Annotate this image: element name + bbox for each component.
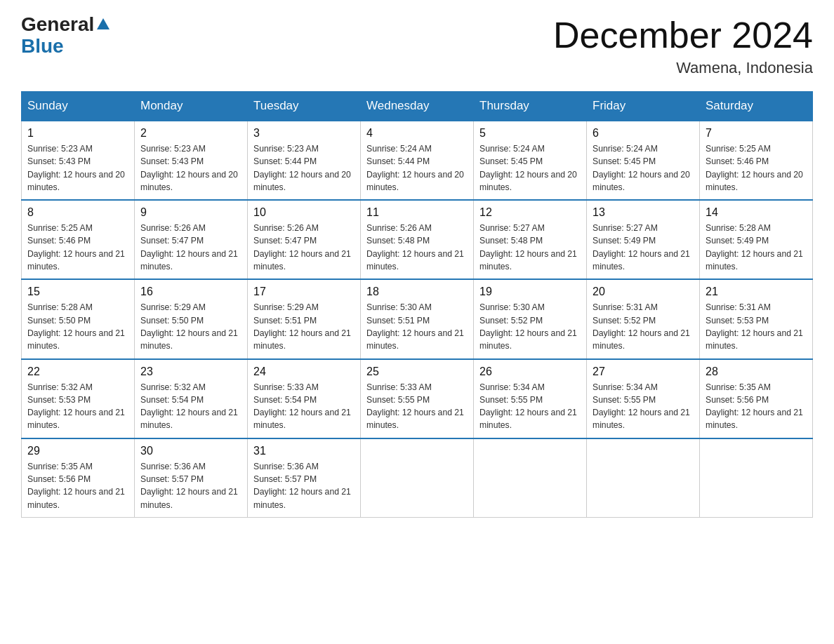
calendar-week-row: 1Sunrise: 5:23 AMSunset: 5:43 PMDaylight…	[22, 121, 813, 200]
calendar-cell: 10Sunrise: 5:26 AMSunset: 5:47 PMDayligh…	[248, 200, 361, 279]
svg-marker-0	[97, 18, 110, 29]
calendar-cell: 1Sunrise: 5:23 AMSunset: 5:43 PMDaylight…	[22, 121, 135, 200]
calendar-header-row: SundayMondayTuesdayWednesdayThursdayFrid…	[22, 92, 813, 121]
day-info: Sunrise: 5:32 AMSunset: 5:53 PMDaylight:…	[27, 381, 128, 432]
day-info: Sunrise: 5:30 AMSunset: 5:51 PMDaylight:…	[366, 301, 468, 352]
day-info: Sunrise: 5:26 AMSunset: 5:47 PMDaylight:…	[140, 222, 241, 273]
calendar-cell: 29Sunrise: 5:35 AMSunset: 5:56 PMDayligh…	[22, 438, 135, 518]
day-info: Sunrise: 5:27 AMSunset: 5:48 PMDaylight:…	[479, 222, 581, 273]
calendar-cell: 30Sunrise: 5:36 AMSunset: 5:57 PMDayligh…	[135, 438, 248, 518]
day-info: Sunrise: 5:31 AMSunset: 5:52 PMDaylight:…	[593, 301, 694, 352]
day-number: 3	[253, 127, 355, 140]
calendar-cell: 28Sunrise: 5:35 AMSunset: 5:56 PMDayligh…	[700, 359, 813, 438]
day-number: 31	[253, 445, 355, 457]
calendar-cell: 11Sunrise: 5:26 AMSunset: 5:48 PMDayligh…	[361, 200, 474, 279]
day-number: 16	[140, 286, 241, 298]
calendar-table: SundayMondayTuesdayWednesdayThursdayFrid…	[21, 91, 813, 518]
day-info: Sunrise: 5:25 AMSunset: 5:46 PMDaylight:…	[706, 142, 807, 194]
day-info: Sunrise: 5:23 AMSunset: 5:43 PMDaylight:…	[140, 142, 241, 194]
calendar-cell: 6Sunrise: 5:24 AMSunset: 5:45 PMDaylight…	[587, 121, 700, 200]
calendar-cell	[700, 438, 813, 518]
day-info: Sunrise: 5:23 AMSunset: 5:43 PMDaylight:…	[27, 142, 128, 194]
column-header-saturday: Saturday	[700, 92, 813, 121]
day-number: 17	[253, 286, 355, 298]
calendar-cell: 18Sunrise: 5:30 AMSunset: 5:51 PMDayligh…	[361, 279, 474, 358]
day-info: Sunrise: 5:28 AMSunset: 5:50 PMDaylight:…	[27, 301, 128, 352]
calendar-cell	[474, 438, 587, 518]
calendar-cell: 5Sunrise: 5:24 AMSunset: 5:45 PMDaylight…	[474, 121, 587, 200]
calendar-week-row: 8Sunrise: 5:25 AMSunset: 5:46 PMDaylight…	[22, 200, 813, 279]
calendar-cell: 3Sunrise: 5:23 AMSunset: 5:44 PMDaylight…	[248, 121, 361, 200]
day-number: 23	[140, 365, 241, 378]
day-info: Sunrise: 5:36 AMSunset: 5:57 PMDaylight:…	[140, 460, 241, 511]
calendar-cell	[361, 438, 474, 518]
day-number: 4	[366, 127, 468, 140]
day-number: 18	[366, 286, 468, 298]
calendar-cell: 12Sunrise: 5:27 AMSunset: 5:48 PMDayligh…	[474, 200, 587, 279]
column-header-monday: Monday	[135, 92, 248, 121]
day-number: 8	[27, 206, 128, 219]
calendar-cell: 2Sunrise: 5:23 AMSunset: 5:43 PMDaylight…	[135, 121, 248, 200]
calendar-cell: 14Sunrise: 5:28 AMSunset: 5:49 PMDayligh…	[700, 200, 813, 279]
day-info: Sunrise: 5:25 AMSunset: 5:46 PMDaylight:…	[27, 222, 128, 273]
day-info: Sunrise: 5:34 AMSunset: 5:55 PMDaylight:…	[479, 381, 581, 432]
day-number: 5	[479, 127, 581, 140]
day-number: 27	[593, 365, 694, 378]
day-number: 12	[479, 206, 581, 219]
day-number: 29	[27, 445, 128, 457]
day-number: 19	[479, 286, 581, 298]
day-number: 6	[593, 127, 694, 140]
day-info: Sunrise: 5:35 AMSunset: 5:56 PMDaylight:…	[27, 460, 128, 511]
day-info: Sunrise: 5:33 AMSunset: 5:54 PMDaylight:…	[253, 381, 355, 432]
calendar-cell: 24Sunrise: 5:33 AMSunset: 5:54 PMDayligh…	[248, 359, 361, 438]
day-number: 10	[253, 206, 355, 219]
day-info: Sunrise: 5:23 AMSunset: 5:44 PMDaylight:…	[253, 142, 355, 194]
column-header-tuesday: Tuesday	[248, 92, 361, 121]
day-info: Sunrise: 5:36 AMSunset: 5:57 PMDaylight:…	[253, 460, 355, 511]
day-number: 20	[593, 286, 694, 298]
calendar-cell: 9Sunrise: 5:26 AMSunset: 5:47 PMDaylight…	[135, 200, 248, 279]
day-number: 26	[479, 365, 581, 378]
column-header-friday: Friday	[587, 92, 700, 121]
day-number: 28	[706, 365, 807, 378]
logo: General Blue	[21, 14, 111, 58]
day-info: Sunrise: 5:31 AMSunset: 5:53 PMDaylight:…	[706, 301, 807, 352]
day-number: 14	[706, 206, 807, 219]
column-header-wednesday: Wednesday	[361, 92, 474, 121]
calendar-cell: 25Sunrise: 5:33 AMSunset: 5:55 PMDayligh…	[361, 359, 474, 438]
month-title: December 2024	[553, 14, 813, 56]
day-info: Sunrise: 5:24 AMSunset: 5:45 PMDaylight:…	[593, 142, 694, 194]
calendar-cell: 22Sunrise: 5:32 AMSunset: 5:53 PMDayligh…	[22, 359, 135, 438]
column-header-thursday: Thursday	[474, 92, 587, 121]
logo-general-text: General	[21, 13, 94, 35]
day-number: 1	[27, 127, 128, 140]
calendar-week-row: 15Sunrise: 5:28 AMSunset: 5:50 PMDayligh…	[22, 279, 813, 358]
day-number: 30	[140, 445, 241, 457]
day-info: Sunrise: 5:33 AMSunset: 5:55 PMDaylight:…	[366, 381, 468, 432]
day-number: 22	[27, 365, 128, 378]
page-header: General Blue December 2024 Wamena, Indon…	[21, 14, 813, 77]
calendar-cell	[587, 438, 700, 518]
day-info: Sunrise: 5:35 AMSunset: 5:56 PMDaylight:…	[706, 381, 807, 432]
day-number: 24	[253, 365, 355, 378]
day-info: Sunrise: 5:28 AMSunset: 5:49 PMDaylight:…	[706, 222, 807, 273]
calendar-cell: 20Sunrise: 5:31 AMSunset: 5:52 PMDayligh…	[587, 279, 700, 358]
day-number: 11	[366, 206, 468, 219]
day-info: Sunrise: 5:32 AMSunset: 5:54 PMDaylight:…	[140, 381, 241, 432]
day-number: 13	[593, 206, 694, 219]
calendar-week-row: 29Sunrise: 5:35 AMSunset: 5:56 PMDayligh…	[22, 438, 813, 518]
calendar-cell: 31Sunrise: 5:36 AMSunset: 5:57 PMDayligh…	[248, 438, 361, 518]
calendar-cell: 26Sunrise: 5:34 AMSunset: 5:55 PMDayligh…	[474, 359, 587, 438]
day-info: Sunrise: 5:26 AMSunset: 5:47 PMDaylight:…	[253, 222, 355, 273]
column-header-sunday: Sunday	[22, 92, 135, 121]
calendar-cell: 21Sunrise: 5:31 AMSunset: 5:53 PMDayligh…	[700, 279, 813, 358]
day-info: Sunrise: 5:30 AMSunset: 5:52 PMDaylight:…	[479, 301, 581, 352]
location: Wamena, Indonesia	[553, 59, 813, 77]
calendar-cell: 23Sunrise: 5:32 AMSunset: 5:54 PMDayligh…	[135, 359, 248, 438]
calendar-week-row: 22Sunrise: 5:32 AMSunset: 5:53 PMDayligh…	[22, 359, 813, 438]
calendar-cell: 16Sunrise: 5:29 AMSunset: 5:50 PMDayligh…	[135, 279, 248, 358]
day-info: Sunrise: 5:27 AMSunset: 5:49 PMDaylight:…	[593, 222, 694, 273]
day-number: 9	[140, 206, 241, 219]
title-block: December 2024 Wamena, Indonesia	[553, 14, 813, 77]
day-number: 15	[27, 286, 128, 298]
